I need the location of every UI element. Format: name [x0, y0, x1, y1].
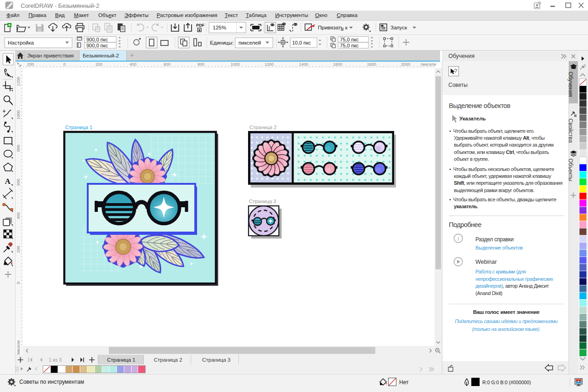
svg-text:Страница 2: Страница 2	[249, 125, 277, 130]
svg-text:1 из 3: 1 из 3	[49, 357, 62, 363]
svg-text:Привязать к: Привязать к	[318, 25, 348, 30]
svg-text:125%: 125%	[213, 25, 226, 30]
svg-text:A: A	[5, 177, 11, 186]
svg-text:PDF: PDF	[196, 23, 205, 28]
svg-text:Страница 3: Страница 3	[249, 199, 276, 204]
svg-text:75,0 пкс: 75,0 пкс	[340, 37, 359, 42]
svg-text:Настройка: Настройка	[8, 40, 34, 45]
svg-text:900,0 пкс: 900,0 пкс	[86, 37, 108, 42]
svg-text:900,0 пкс: 900,0 пкс	[86, 43, 108, 48]
svg-text:Единицы:: Единицы:	[210, 40, 234, 45]
svg-text:75,0 пкс: 75,0 пкс	[340, 43, 359, 48]
svg-text:?: ?	[454, 68, 457, 74]
svg-text:Запуск: Запуск	[390, 25, 407, 30]
svg-text:10,0 пкс: 10,0 пкс	[292, 40, 311, 45]
svg-text:Страница 1: Страница 1	[65, 125, 92, 130]
svg-text:пикселей: пикселей	[238, 40, 261, 45]
svg-text:i: i	[458, 235, 459, 242]
